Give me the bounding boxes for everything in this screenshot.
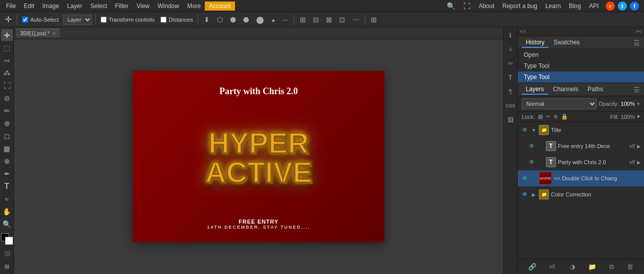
layer-free-entry-eff[interactable]: eff bbox=[629, 144, 635, 149]
toolbar-btn-5[interactable]: ⬤ bbox=[254, 14, 267, 25]
toolbar-btn-align2[interactable]: ⊟ bbox=[310, 14, 321, 25]
menu-account[interactable]: Account bbox=[205, 2, 234, 11]
panel-icon-paragraph[interactable]: ¶ bbox=[505, 86, 517, 98]
opacity-arrow[interactable]: ▾ bbox=[637, 101, 640, 107]
history-item-2[interactable]: Type Tool bbox=[518, 72, 644, 83]
toolbar-btn-4[interactable]: ⬣ bbox=[240, 14, 252, 25]
menu-view[interactable]: View bbox=[132, 2, 153, 11]
layers-new-icon[interactable]: ⧉ bbox=[607, 262, 616, 272]
auto-select-checkbox[interactable] bbox=[22, 17, 28, 23]
menu-api[interactable]: API bbox=[585, 2, 603, 11]
fill-arrow[interactable]: ▾ bbox=[637, 113, 640, 120]
layer-free-entry-arrow[interactable]: ▶ bbox=[637, 144, 641, 149]
collapse-right-btn[interactable]: >< bbox=[635, 28, 642, 35]
tool-smudge[interactable]: ≈ bbox=[1, 193, 13, 205]
panel-icon-type[interactable]: T bbox=[505, 72, 517, 84]
menu-image[interactable]: Image bbox=[38, 2, 63, 11]
layer-color-correction[interactable]: 👁 ▶ 📁 Color Correction bbox=[518, 186, 644, 202]
menu-expand-icon[interactable]: ⛶ bbox=[459, 1, 474, 11]
toolbar-btn-1[interactable]: ⬇ bbox=[201, 14, 212, 25]
menu-search-icon[interactable]: 🔍 bbox=[443, 1, 459, 11]
toolbar-btn-6[interactable]: ⬥ bbox=[269, 14, 278, 25]
layer-free-entry[interactable]: 👁 T Free entry 14th Dece eff ▶ bbox=[518, 138, 644, 154]
history-item-0[interactable]: Open bbox=[518, 49, 644, 60]
tool-eraser[interactable]: ◻ bbox=[1, 130, 13, 142]
panel-icon-css[interactable]: CSS bbox=[505, 100, 517, 112]
color-selector[interactable] bbox=[1, 233, 13, 245]
lock-paint-icon[interactable]: ✏ bbox=[546, 113, 550, 120]
layer-double-click-visibility[interactable]: 👁 bbox=[521, 174, 529, 182]
auto-select-label[interactable]: Auto-Select bbox=[20, 16, 61, 24]
tool-lasso[interactable]: ∾ bbox=[1, 54, 13, 66]
tool-zoom[interactable]: 🔍 bbox=[1, 219, 13, 230]
menu-report-bug[interactable]: Report a bug bbox=[499, 2, 541, 11]
layers-adjustment-icon[interactable]: ◑ bbox=[568, 262, 577, 271]
toolbar-btn-align3[interactable]: ⊠ bbox=[324, 14, 335, 25]
layer-party[interactable]: 👁 T Party with Chris 2.0 eff ▶ bbox=[518, 154, 644, 170]
canvas-container[interactable]: Party with Chris 2.0 HYPER ACTIVE FREE E… bbox=[14, 39, 503, 274]
tool-eyedropper[interactable]: ⊘ bbox=[1, 92, 13, 104]
layer-double-click[interactable]: 👁 HYPR << Double Click to Chang bbox=[518, 170, 644, 186]
toolbar-btn-3[interactable]: ⬢ bbox=[227, 14, 238, 25]
transform-controls-label[interactable]: Transform controls bbox=[99, 16, 156, 24]
layer-select[interactable]: Layer bbox=[63, 15, 92, 25]
twitter-icon[interactable]: t bbox=[618, 2, 627, 11]
history-menu-btn[interactable]: ☰ bbox=[633, 39, 640, 47]
panel-icon-brush[interactable]: ✏ bbox=[505, 57, 517, 70]
menu-learn[interactable]: Learn bbox=[541, 2, 565, 11]
layers-tab[interactable]: Layers bbox=[522, 85, 548, 95]
tool-clone[interactable]: ⊕ bbox=[1, 117, 13, 129]
move-tool[interactable]: ✛ bbox=[3, 15, 14, 24]
swatches-tab[interactable]: Swatches bbox=[549, 38, 584, 48]
layer-party-eff[interactable]: eff bbox=[629, 160, 635, 165]
layers-delete-icon[interactable]: 🗑 bbox=[625, 262, 635, 271]
screen-mode-btn[interactable]: ▤ bbox=[1, 260, 13, 272]
layers-menu-btn[interactable]: ☰ bbox=[633, 86, 640, 94]
blend-mode-select[interactable]: Normal bbox=[522, 98, 597, 109]
toolbar-more[interactable]: ··· bbox=[280, 14, 291, 25]
facebook-icon[interactable]: f bbox=[630, 2, 639, 11]
menu-file[interactable]: File bbox=[2, 2, 20, 11]
layer-free-entry-visibility[interactable]: 👁 bbox=[528, 142, 536, 150]
panel-icon-info[interactable]: ℹ bbox=[505, 29, 517, 41]
layer-title-visibility[interactable]: 👁 bbox=[521, 126, 529, 134]
toolbar-grid[interactable]: ⊞ bbox=[368, 14, 379, 25]
collapse-left-btn[interactable]: << bbox=[520, 28, 526, 35]
tool-gradient[interactable]: ▦ bbox=[1, 143, 13, 154]
menu-select[interactable]: Select bbox=[86, 2, 111, 11]
tool-hand[interactable]: ✋ bbox=[1, 206, 13, 218]
menu-edit[interactable]: Edit bbox=[20, 2, 38, 11]
panel-icon-sliders[interactable]: ≡ bbox=[505, 43, 517, 55]
layer-party-visibility[interactable]: 👁 bbox=[528, 158, 536, 166]
layers-link-icon[interactable]: 🔗 bbox=[526, 262, 538, 271]
layer-title-expand[interactable]: ▼ bbox=[531, 127, 537, 133]
paths-tab[interactable]: Paths bbox=[584, 85, 607, 95]
tool-move[interactable]: ✛ bbox=[1, 29, 13, 41]
layer-color-correction-visibility[interactable]: 👁 bbox=[521, 190, 529, 198]
lock-transparency-icon[interactable]: ▦ bbox=[538, 113, 543, 120]
transform-checkbox[interactable] bbox=[101, 17, 107, 23]
tool-select[interactable]: ⬚ bbox=[1, 42, 13, 53]
menu-filter[interactable]: Filter bbox=[111, 2, 133, 11]
background-color[interactable] bbox=[5, 237, 13, 245]
tool-crop[interactable]: ⛶ bbox=[1, 80, 13, 91]
toolbar-btn-align4[interactable]: ⊡ bbox=[337, 14, 348, 25]
panel-icon-image[interactable]: 🖼 bbox=[505, 114, 517, 126]
history-item-1[interactable]: Type Tool bbox=[518, 60, 644, 72]
layers-effects-icon[interactable]: eff. bbox=[547, 263, 558, 270]
tool-dodge[interactable]: ⊗ bbox=[1, 155, 13, 167]
tool-pen[interactable]: ✒ bbox=[1, 168, 13, 180]
tool-type[interactable]: T bbox=[1, 181, 13, 192]
layers-folder-icon[interactable]: 📁 bbox=[586, 262, 598, 271]
reddit-icon[interactable]: r bbox=[606, 2, 615, 11]
lock-all-icon[interactable]: 🔒 bbox=[561, 113, 568, 120]
channels-tab[interactable]: Channels bbox=[549, 85, 583, 95]
toolbar-btn-align5[interactable]: ⋯ bbox=[350, 14, 362, 25]
tool-brush[interactable]: ✏ bbox=[1, 105, 13, 116]
tool-magic-wand[interactable]: ⁂ bbox=[1, 67, 13, 79]
canvas-tab-close[interactable]: ✕ bbox=[52, 31, 56, 36]
lock-position-icon[interactable]: ⊕ bbox=[553, 113, 558, 120]
distances-checkbox[interactable] bbox=[160, 17, 167, 23]
toolbar-btn-align1[interactable]: ⊞ bbox=[297, 14, 308, 25]
layer-color-correction-expand[interactable]: ▶ bbox=[531, 191, 537, 197]
